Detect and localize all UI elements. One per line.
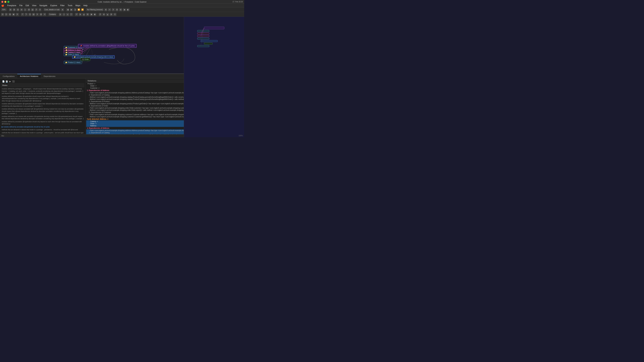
- menu-edit[interactable]: Edit: [24, 4, 30, 7]
- filter-icon-3[interactable]: ⊛: [116, 8, 118, 11]
- filter-icon-6[interactable]: ▶: [126, 8, 130, 11]
- rules-add-btn[interactable]: 📄: [2, 80, 5, 83]
- rules-save-btn[interactable]: 💾: [5, 80, 8, 83]
- traffic-lights[interactable]: [1, 1, 10, 3]
- minimap-svg: [184, 17, 244, 137]
- tb-icon-9[interactable]: ✕: [38, 8, 42, 11]
- tb2-icon-r11[interactable]: ✏: [113, 13, 116, 16]
- tb2-icon-r3[interactable]: ▲: [82, 13, 85, 16]
- title-bar: Code: modules defined by an... • Freepla…: [0, 0, 244, 4]
- filter-icon-1[interactable]: ↩: [108, 8, 111, 11]
- tb2-icon-r7[interactable]: ↺: [98, 13, 102, 16]
- tb2-icon-10[interactable]: ✦: [36, 13, 39, 16]
- font-a[interactable]: A: [59, 13, 62, 16]
- tb2-icon-r10[interactable]: ⊕: [110, 13, 113, 16]
- tb2-icon-1[interactable]: ⊟: [1, 13, 4, 16]
- status-bar: Abc: [0, 134, 184, 137]
- tb-icon-1[interactable]: ⊞: [9, 8, 12, 11]
- svg-rect-13: [198, 38, 209, 39]
- order-class-node[interactable]: ⚫ Order: [80, 58, 90, 61]
- menu-help[interactable]: Help: [82, 4, 89, 7]
- main-container: 📌 modules defined by annotation @AppModu…: [0, 17, 244, 137]
- tb2-icon-r8[interactable]: ▼: [102, 13, 105, 16]
- tb-icon-7[interactable]: ▤: [31, 8, 34, 11]
- dropdown-arrow-1[interactable]: ▼: [61, 8, 64, 11]
- maximize-button[interactable]: [8, 1, 10, 3]
- tb2-icon-4[interactable]: ◉: [12, 13, 15, 16]
- rules-play-btn[interactable]: ▶: [9, 80, 12, 83]
- product-icon: 📁: [65, 61, 67, 63]
- filter-dropdown[interactable]: No Filtering (remove): [86, 8, 104, 11]
- tb-icon-8[interactable]: ↺: [35, 8, 38, 11]
- tb-icon-5[interactable]: ≡: [24, 8, 27, 11]
- menu-explore[interactable]: Explore: [49, 4, 58, 7]
- tb2-icon-2[interactable]: ⊡: [5, 13, 8, 16]
- tb2-icon-r6[interactable]: ▶: [94, 13, 96, 16]
- minimap-panel: 100%: [184, 17, 244, 137]
- tab-configurations[interactable]: Configurations: [0, 74, 17, 78]
- filter-icon-2[interactable]: ✕: [112, 8, 115, 11]
- tb2-icon-r4[interactable]: ⊞: [86, 13, 89, 16]
- rules-toolbar: 📄 💾 ▶ ⬛: [1, 79, 84, 84]
- order-pkg-icon: 📁: [74, 56, 76, 58]
- nav-prev[interactable]: ⏪: [81, 8, 84, 11]
- menu-bar: 🍎 Freeplane File Edit View Navigate Expl…: [0, 4, 244, 7]
- minimize-button[interactable]: [4, 1, 6, 3]
- tb-icon-3[interactable]: ⊟: [16, 8, 19, 11]
- filter-icon-4[interactable]: ⊕: [119, 8, 122, 11]
- tb2-icon-8[interactable]: ⊡: [28, 13, 31, 16]
- tb2-icon-12[interactable]: ✕: [43, 13, 46, 16]
- tb2-icon-7[interactable]: ↷: [25, 13, 28, 16]
- rules-content: modules defined by packages '..shopping(…: [1, 87, 84, 137]
- toolbar1: 50% ⊞ ⊠ ⊟ ⊕ ≡ ⊞ ▤ ↺ ✕ Core, details or n…: [0, 7, 244, 12]
- tb2-icon-r2[interactable]: ▼: [79, 13, 82, 16]
- menu-view[interactable]: View: [31, 4, 38, 7]
- order-icon: 📁: [65, 54, 67, 55]
- rule-3: modules defined by annotation @AppModule…: [2, 103, 84, 107]
- menu-file[interactable]: File: [18, 4, 24, 7]
- title-bar-right: 17. Feb 15:25: [232, 1, 243, 3]
- zoom-input[interactable]: 50%: [1, 8, 7, 11]
- rule-7: methods that are declared in classes tha…: [2, 129, 84, 131]
- nav-back[interactable]: ◀: [66, 8, 69, 11]
- contains-dropdown[interactable]: Contains: [48, 13, 56, 16]
- font-box[interactable]: ☐: [70, 13, 73, 16]
- apple-icon[interactable]: 🍎: [1, 4, 4, 7]
- order-class-label: Order: [84, 58, 89, 60]
- filter-icon-5[interactable]: ◀: [123, 8, 126, 11]
- rule-5: modules defined by root classes with ann…: [2, 115, 84, 120]
- order-pkg-node[interactable]: 📁 com.tngtech.archunit.example.shopping.…: [72, 55, 115, 59]
- tb2-icon-r5[interactable]: ◀: [90, 13, 93, 16]
- menu-navigate[interactable]: Navigate: [38, 4, 49, 7]
- tb-icon-4[interactable]: ⊕: [20, 8, 23, 11]
- tab-dependencies[interactable]: Dependencies: [41, 74, 58, 78]
- filter-dropdown-arrow[interactable]: ▼: [104, 8, 107, 11]
- window-title: Code: modules defined by an... • Freepla…: [98, 1, 146, 3]
- product-node[interactable]: 📁 Product (1 class): [64, 61, 82, 64]
- menu-tools[interactable]: Tools: [66, 4, 74, 7]
- tb-icon-2[interactable]: ⊠: [12, 8, 16, 11]
- tb2-icon-9[interactable]: ▤: [32, 13, 35, 16]
- view-mode-dropdown[interactable]: Core, details or note: [44, 8, 60, 11]
- tab-architecture-violations[interactable]: Architecture Violations: [17, 74, 41, 78]
- font-eq[interactable]: ≈: [62, 13, 66, 16]
- tb2-icon-r1[interactable]: ↺: [75, 13, 78, 16]
- tb2-icon-11[interactable]: ⊞: [40, 13, 42, 16]
- close-button[interactable]: [1, 1, 3, 3]
- nav-pause[interactable]: ⏸: [74, 8, 77, 11]
- font-e[interactable]: e: [66, 13, 69, 16]
- tb2-icon-5[interactable]: ✕: [16, 13, 19, 16]
- nav-forward[interactable]: ▶: [70, 8, 73, 11]
- nav-next[interactable]: ⏩: [77, 8, 80, 11]
- rules-stop-btn[interactable]: ⬛: [12, 80, 15, 83]
- tb2-icon-r9[interactable]: ▲: [106, 13, 109, 16]
- tb-icon-6[interactable]: ⊞: [27, 8, 30, 11]
- menu-freeplane[interactable]: Freeplane: [6, 4, 18, 7]
- menu-filter[interactable]: Filter: [59, 4, 66, 7]
- root-node[interactable]: 📌 modules defined by annotation @AppModu…: [78, 44, 137, 48]
- menu-maps[interactable]: Maps: [74, 4, 82, 7]
- tb2-icon-3[interactable]: ⊞: [8, 13, 12, 16]
- rule-cycle[interactable]: ▶ modules defined by annotation @AppModu…: [2, 126, 84, 128]
- rule-4: modules defined by root classes annotate…: [2, 108, 84, 115]
- tb2-icon-6[interactable]: ↶: [21, 13, 24, 16]
